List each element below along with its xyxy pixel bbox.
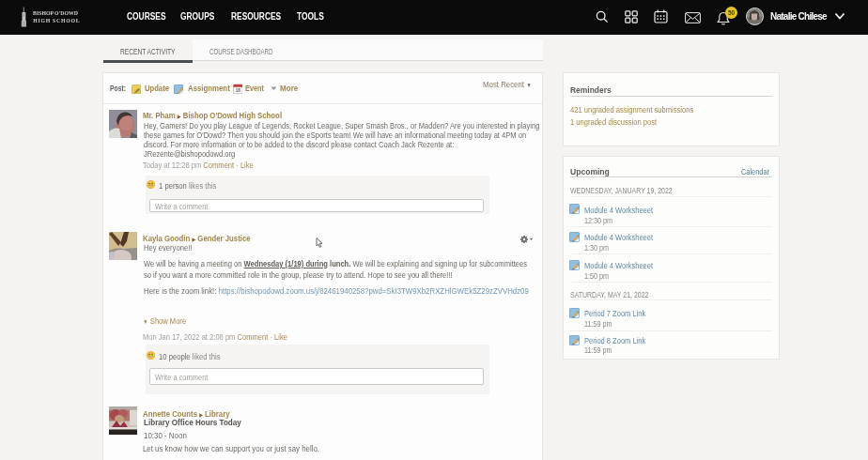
svg-text:18: 18 xyxy=(235,87,240,92)
